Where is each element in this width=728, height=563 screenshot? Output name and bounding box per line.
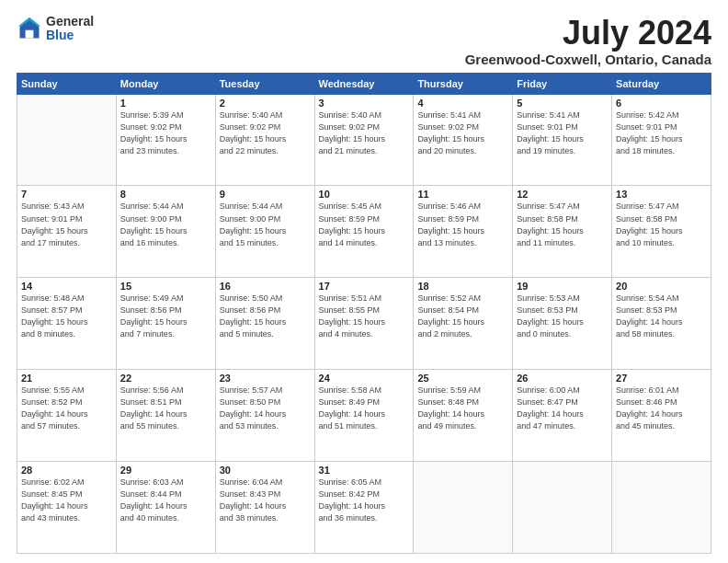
calendar-cell: 17Sunrise: 5:51 AM Sunset: 8:55 PM Dayli… xyxy=(314,278,414,370)
day-info: Sunrise: 5:44 AM Sunset: 9:00 PM Dayligh… xyxy=(120,201,211,248)
logo: General Blue xyxy=(17,15,94,43)
calendar-cell: 11Sunrise: 5:46 AM Sunset: 8:59 PM Dayli… xyxy=(414,186,513,278)
calendar-cell xyxy=(17,94,117,186)
calendar-cell: 31Sunrise: 6:05 AM Sunset: 8:42 PM Dayli… xyxy=(314,462,414,554)
day-number: 21 xyxy=(21,373,112,384)
day-info: Sunrise: 6:01 AM Sunset: 8:46 PM Dayligh… xyxy=(616,385,707,432)
calendar-cell: 19Sunrise: 5:53 AM Sunset: 8:53 PM Dayli… xyxy=(513,278,612,370)
logo-blue-text: Blue xyxy=(46,29,94,42)
day-info: Sunrise: 5:43 AM Sunset: 9:01 PM Dayligh… xyxy=(21,201,112,248)
day-info: Sunrise: 5:50 AM Sunset: 8:56 PM Dayligh… xyxy=(220,293,311,340)
day-number: 24 xyxy=(319,373,410,384)
day-number: 17 xyxy=(319,281,410,292)
day-number: 31 xyxy=(319,465,410,476)
calendar-cell: 13Sunrise: 5:47 AM Sunset: 8:58 PM Dayli… xyxy=(612,186,711,278)
day-number: 3 xyxy=(319,98,410,109)
day-info: Sunrise: 5:41 AM Sunset: 9:01 PM Dayligh… xyxy=(517,109,608,157)
day-info: Sunrise: 6:04 AM Sunset: 8:43 PM Dayligh… xyxy=(220,477,311,524)
day-number: 1 xyxy=(120,98,211,109)
day-info: Sunrise: 5:53 AM Sunset: 8:53 PM Dayligh… xyxy=(517,293,608,340)
calendar-table: SundayMondayTuesdayWednesdayThursdayFrid… xyxy=(17,73,711,554)
calendar-cell: 20Sunrise: 5:54 AM Sunset: 8:53 PM Dayli… xyxy=(612,278,711,370)
day-info: Sunrise: 5:59 AM Sunset: 8:48 PM Dayligh… xyxy=(417,385,508,432)
day-number: 26 xyxy=(517,373,608,384)
day-info: Sunrise: 5:54 AM Sunset: 8:53 PM Dayligh… xyxy=(616,293,707,340)
calendar-header-row: SundayMondayTuesdayWednesdayThursdayFrid… xyxy=(17,73,711,94)
page: General Blue July 2024 Greenwood-Coxwell… xyxy=(0,0,728,563)
day-info: Sunrise: 5:58 AM Sunset: 8:49 PM Dayligh… xyxy=(319,385,410,432)
day-number: 25 xyxy=(417,373,508,384)
calendar-cell: 25Sunrise: 5:59 AM Sunset: 8:48 PM Dayli… xyxy=(414,370,513,462)
day-info: Sunrise: 6:00 AM Sunset: 8:47 PM Dayligh… xyxy=(517,385,608,432)
day-number: 15 xyxy=(120,281,211,292)
calendar-cell: 29Sunrise: 6:03 AM Sunset: 8:44 PM Dayli… xyxy=(116,462,215,554)
day-info: Sunrise: 5:48 AM Sunset: 8:57 PM Dayligh… xyxy=(21,293,112,340)
calendar-cell: 9Sunrise: 5:44 AM Sunset: 9:00 PM Daylig… xyxy=(215,186,314,278)
day-number: 10 xyxy=(319,189,410,200)
day-info: Sunrise: 5:41 AM Sunset: 9:02 PM Dayligh… xyxy=(417,109,508,157)
day-number: 22 xyxy=(120,373,211,384)
calendar-cell: 2Sunrise: 5:40 AM Sunset: 9:02 PM Daylig… xyxy=(215,94,314,186)
calendar-cell: 4Sunrise: 5:41 AM Sunset: 9:02 PM Daylig… xyxy=(414,94,513,186)
calendar-cell: 27Sunrise: 6:01 AM Sunset: 8:46 PM Dayli… xyxy=(612,370,711,462)
calendar-cell: 14Sunrise: 5:48 AM Sunset: 8:57 PM Dayli… xyxy=(17,278,117,370)
calendar-dow-saturday: Saturday xyxy=(612,73,711,94)
calendar-cell: 30Sunrise: 6:04 AM Sunset: 8:43 PM Dayli… xyxy=(215,462,314,554)
calendar-cell: 22Sunrise: 5:56 AM Sunset: 8:51 PM Dayli… xyxy=(116,370,215,462)
day-number: 14 xyxy=(21,281,112,292)
day-info: Sunrise: 5:47 AM Sunset: 8:58 PM Dayligh… xyxy=(517,201,608,248)
day-info: Sunrise: 5:40 AM Sunset: 9:02 PM Dayligh… xyxy=(319,109,410,157)
day-info: Sunrise: 5:49 AM Sunset: 8:56 PM Dayligh… xyxy=(120,293,211,340)
calendar-cell xyxy=(513,462,612,554)
day-number: 28 xyxy=(21,465,112,476)
day-number: 9 xyxy=(220,189,311,200)
calendar-cell xyxy=(612,462,711,554)
calendar-week-1: 1Sunrise: 5:39 AM Sunset: 9:02 PM Daylig… xyxy=(17,94,711,186)
day-info: Sunrise: 6:03 AM Sunset: 8:44 PM Dayligh… xyxy=(120,477,211,524)
day-number: 13 xyxy=(616,189,707,200)
day-number: 29 xyxy=(120,465,211,476)
day-info: Sunrise: 5:51 AM Sunset: 8:55 PM Dayligh… xyxy=(319,293,410,340)
day-info: Sunrise: 5:45 AM Sunset: 8:59 PM Dayligh… xyxy=(319,201,410,248)
day-number: 18 xyxy=(417,281,508,292)
day-number: 30 xyxy=(220,465,311,476)
day-number: 4 xyxy=(417,98,508,109)
calendar-cell: 10Sunrise: 5:45 AM Sunset: 8:59 PM Dayli… xyxy=(314,186,414,278)
calendar-dow-thursday: Thursday xyxy=(414,73,513,94)
calendar-week-2: 7Sunrise: 5:43 AM Sunset: 9:01 PM Daylig… xyxy=(17,186,711,278)
day-info: Sunrise: 5:47 AM Sunset: 8:58 PM Dayligh… xyxy=(616,201,707,248)
day-info: Sunrise: 5:52 AM Sunset: 8:54 PM Dayligh… xyxy=(417,293,508,340)
header: General Blue July 2024 Greenwood-Coxwell… xyxy=(17,15,711,67)
logo-text: General Blue xyxy=(46,15,94,43)
calendar-cell: 18Sunrise: 5:52 AM Sunset: 8:54 PM Dayli… xyxy=(414,278,513,370)
day-info: Sunrise: 5:46 AM Sunset: 8:59 PM Dayligh… xyxy=(417,201,508,248)
calendar-cell: 16Sunrise: 5:50 AM Sunset: 8:56 PM Dayli… xyxy=(215,278,314,370)
day-number: 23 xyxy=(220,373,311,384)
day-info: Sunrise: 5:42 AM Sunset: 9:01 PM Dayligh… xyxy=(616,109,707,157)
calendar-dow-friday: Friday xyxy=(513,73,612,94)
day-info: Sunrise: 5:55 AM Sunset: 8:52 PM Dayligh… xyxy=(21,385,112,432)
title-location: Greenwood-Coxwell, Ontario, Canada xyxy=(465,52,711,67)
calendar-dow-sunday: Sunday xyxy=(17,73,117,94)
calendar-cell: 24Sunrise: 5:58 AM Sunset: 8:49 PM Dayli… xyxy=(314,370,414,462)
day-info: Sunrise: 5:57 AM Sunset: 8:50 PM Dayligh… xyxy=(220,385,311,432)
logo-icon xyxy=(17,16,42,41)
day-info: Sunrise: 6:02 AM Sunset: 8:45 PM Dayligh… xyxy=(21,477,112,524)
day-number: 7 xyxy=(21,189,112,200)
logo-general-text: General xyxy=(46,15,94,29)
calendar-dow-wednesday: Wednesday xyxy=(314,73,414,94)
day-number: 12 xyxy=(517,189,608,200)
calendar-dow-monday: Monday xyxy=(116,73,215,94)
calendar-cell: 8Sunrise: 5:44 AM Sunset: 9:00 PM Daylig… xyxy=(116,186,215,278)
calendar-cell: 5Sunrise: 5:41 AM Sunset: 9:01 PM Daylig… xyxy=(513,94,612,186)
day-number: 8 xyxy=(120,189,211,200)
day-number: 6 xyxy=(616,98,707,109)
calendar-cell: 3Sunrise: 5:40 AM Sunset: 9:02 PM Daylig… xyxy=(314,94,414,186)
calendar-cell: 6Sunrise: 5:42 AM Sunset: 9:01 PM Daylig… xyxy=(612,94,711,186)
calendar-cell: 15Sunrise: 5:49 AM Sunset: 8:56 PM Dayli… xyxy=(116,278,215,370)
title-month: July 2024 xyxy=(465,15,711,52)
calendar-week-5: 28Sunrise: 6:02 AM Sunset: 8:45 PM Dayli… xyxy=(17,462,711,554)
day-number: 5 xyxy=(517,98,608,109)
calendar-cell: 21Sunrise: 5:55 AM Sunset: 8:52 PM Dayli… xyxy=(17,370,117,462)
day-info: Sunrise: 5:40 AM Sunset: 9:02 PM Dayligh… xyxy=(220,109,311,157)
